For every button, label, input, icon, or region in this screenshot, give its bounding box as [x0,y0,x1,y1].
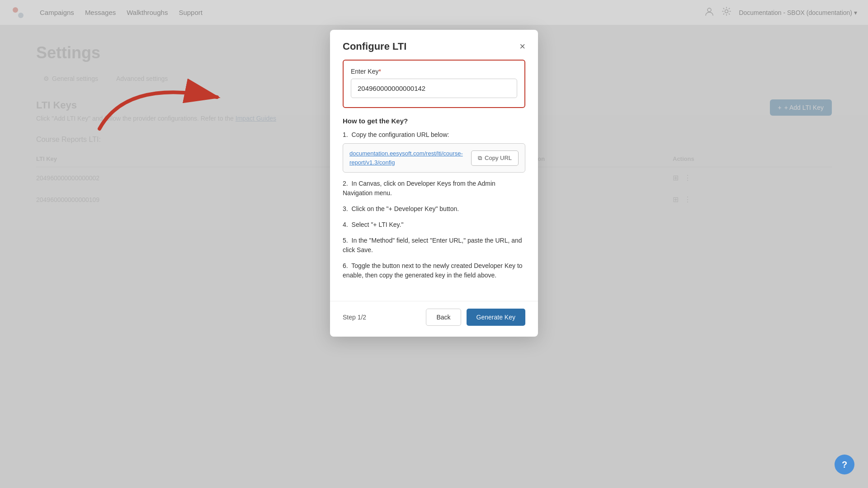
step-3: 3. Click on the "+ Developer Key" button… [343,204,525,214]
help-button[interactable]: ? [835,455,854,474]
steps-list: 1. Copy the configuration URL below: doc… [343,130,525,280]
configure-lti-modal: Configure LTI × Enter Key* How to get th… [330,30,538,337]
modal-header: Configure LTI × [330,30,538,60]
config-url: documentation.eesysoft.com/rest/lti/cour… [349,149,466,167]
step-indicator: Step 1/2 [343,314,366,321]
generate-key-button[interactable]: Generate Key [467,309,525,326]
copy-icon: ⧉ [478,155,482,162]
step-2: 2. In Canvas, click on Developer Keys fr… [343,179,525,198]
footer-buttons: Back Generate Key [426,309,525,326]
modal-title: Configure LTI [343,41,406,52]
back-button[interactable]: Back [426,309,461,326]
key-section: Enter Key* [343,60,525,108]
modal-overlay: Configure LTI × Enter Key* How to get th… [0,0,868,488]
modal-close-button[interactable]: × [519,42,525,52]
step-6: 6. Toggle the button next to the newly c… [343,261,525,280]
enter-key-input[interactable] [351,79,517,98]
how-to-title: How to get the Key? [343,117,525,125]
step-5: 5. In the "Method" field, select "Enter … [343,236,525,255]
step-1: 1. Copy the configuration URL below: doc… [343,130,525,173]
step-4: 4. Select "+ LTI Key." [343,220,525,230]
copy-url-button[interactable]: ⧉ Copy URL [471,150,519,166]
modal-footer: Step 1/2 Back Generate Key [330,301,538,337]
enter-key-label: Enter Key* [351,68,517,75]
url-copy-box: documentation.eesysoft.com/rest/lti/cour… [343,143,525,173]
modal-body: Enter Key* How to get the Key? 1. Copy t… [330,60,538,297]
